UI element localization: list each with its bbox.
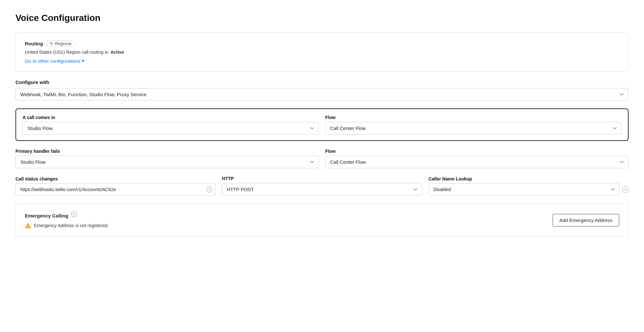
- call-comes-in-label: A call comes in: [23, 115, 319, 120]
- call-comes-in-section: A call comes in Studio Flow Webhook TwiM…: [15, 108, 629, 141]
- caller-lookup-label: Caller Name Lookup: [429, 176, 629, 181]
- page-title: Voice Configuration: [15, 13, 629, 23]
- caller-lookup-info-icon[interactable]: i: [622, 186, 629, 193]
- call-status-grid: Call status changes i HTTP HTTP POST HTT…: [15, 176, 629, 196]
- emergency-warning: ! Emergency Address is not registered.: [25, 222, 109, 229]
- caller-lookup-select-wrapper: Disabled Enabled i: [429, 183, 629, 196]
- emergency-left: Emergency Calling i ! Emergency Address …: [25, 211, 109, 229]
- call-status-url-input[interactable]: [15, 183, 215, 196]
- svg-text:!: !: [28, 225, 29, 228]
- go-to-other-configurations-link[interactable]: Go to other configurations ▾: [25, 58, 84, 64]
- configure-with-select[interactable]: Webhook, TwiML Bin, Function, Studio Flo…: [15, 88, 629, 101]
- call-comes-in-flow-label: Flow: [325, 115, 621, 120]
- routing-text: Routing: [25, 41, 43, 46]
- routing-status: United States (US1) Region call routing …: [25, 50, 619, 55]
- emergency-info-icon[interactable]: i: [71, 211, 77, 217]
- primary-handler-flow-group: Flow Call Center Flow: [325, 149, 629, 168]
- regional-badge: ↻ Regional: [46, 40, 75, 47]
- emergency-calling-card: Emergency Calling i ! Emergency Address …: [15, 203, 629, 237]
- primary-handler-grid: Primary handler fails Studio Flow Webhoo…: [15, 149, 629, 168]
- add-emergency-address-button[interactable]: Add Emergency Address: [553, 214, 619, 226]
- primary-handler-flow-label: Flow: [325, 149, 629, 154]
- configure-with-label: Configure with: [15, 79, 629, 85]
- call-status-label: Call status changes: [15, 176, 215, 181]
- http-label: HTTP: [222, 176, 422, 181]
- primary-handler-label: Primary handler fails: [15, 149, 319, 154]
- call-comes-in-flow-select[interactable]: Call Center Flow: [325, 122, 621, 134]
- chevron-down-icon: ▾: [82, 58, 84, 64]
- http-group: HTTP HTTP POST HTTP GET: [222, 176, 422, 196]
- caller-lookup-group: Caller Name Lookup Disabled Enabled i: [429, 176, 629, 196]
- routing-label: Routing ↻ Regional: [25, 40, 619, 47]
- primary-handler-section: Primary handler fails Studio Flow Webhoo…: [15, 149, 629, 168]
- warning-triangle-icon: !: [25, 222, 31, 229]
- call-status-section: Call status changes i HTTP HTTP POST HTT…: [15, 176, 629, 196]
- call-status-url-group: Call status changes i: [15, 176, 215, 196]
- caller-lookup-select[interactable]: Disabled Enabled: [429, 183, 620, 196]
- primary-handler-select[interactable]: Studio Flow Webhook TwiML Bin Function: [15, 156, 319, 168]
- call-comes-in-flow-group: Flow Call Center Flow: [325, 115, 621, 134]
- regional-badge-label: Regional: [55, 41, 71, 46]
- primary-handler-flow-select[interactable]: Call Center Flow: [325, 156, 629, 168]
- http-select[interactable]: HTTP POST HTTP GET: [222, 183, 422, 196]
- call-comes-in-handler-select[interactable]: Studio Flow Webhook TwiML Bin Function P…: [23, 122, 319, 134]
- call-comes-in-grid: A call comes in Studio Flow Webhook TwiM…: [23, 115, 621, 134]
- emergency-warning-text: Emergency Address is not registered.: [34, 223, 109, 228]
- emergency-calling-title: Emergency Calling i: [25, 211, 109, 220]
- refresh-icon: ↻: [50, 41, 53, 46]
- call-status-input-wrapper: i: [15, 183, 215, 196]
- routing-card: Routing ↻ Regional United States (US1) R…: [15, 32, 629, 72]
- primary-handler-handler-group: Primary handler fails Studio Flow Webhoo…: [15, 149, 319, 168]
- call-comes-in-handler-group: A call comes in Studio Flow Webhook TwiM…: [23, 115, 319, 134]
- configure-with-section: Configure with Webhook, TwiML Bin, Funct…: [15, 79, 629, 101]
